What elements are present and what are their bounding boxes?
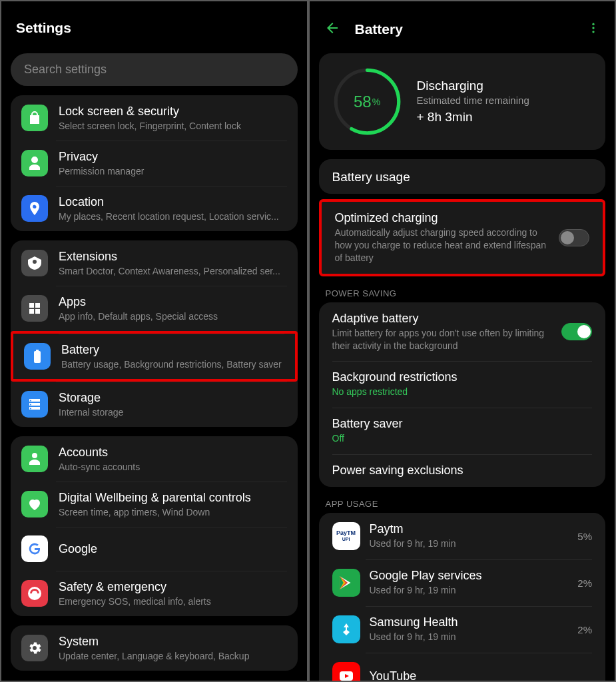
accounts-icon [21, 446, 48, 472]
settings-item-title: System [59, 634, 287, 649]
settings-item-title: Safety & emergency [59, 579, 287, 595]
settings-item-system[interactable]: System Update center, Language & keyboar… [11, 625, 298, 671]
extensions-icon [21, 250, 48, 276]
settings-item-sub: Battery usage, Background restrictions, … [61, 359, 284, 371]
settings-item-title: Extensions [59, 249, 287, 264]
search-input[interactable]: Search settings [11, 53, 298, 86]
app-usage-gplay[interactable]: Google Play services Used for 9 hr, 19 m… [319, 559, 606, 606]
settings-item-battery[interactable]: Battery Battery usage, Background restri… [11, 331, 298, 382]
settings-item-privacy[interactable]: Privacy Permission manager [11, 141, 298, 186]
battery-usage-row[interactable]: Battery usage [319, 159, 606, 194]
settings-item-lock[interactable]: Lock screen & security Select screen loc… [11, 95, 298, 141]
row-sub: No apps restricted [332, 386, 593, 398]
power-saving-exclusions[interactable]: Power saving exclusions [319, 454, 606, 487]
settings-item-accounts[interactable]: Accounts Auto-sync accounts [11, 436, 298, 482]
settings-item-title: Accounts [59, 445, 287, 460]
app-name: Paytm [370, 522, 569, 536]
back-icon[interactable] [324, 20, 340, 39]
page-title: Settings [16, 20, 71, 36]
more-menu-icon[interactable] [587, 21, 600, 37]
power-saving-adaptive[interactable]: Adaptive battery Limit battery for apps … [319, 302, 606, 362]
battery-status-card[interactable]: 58% Discharging Estimated time remaining… [319, 53, 606, 150]
battery-est-label: Estimated time remaining [417, 95, 529, 106]
battery-usage-group: Battery usage [319, 159, 606, 194]
settings-item-title: Apps [59, 294, 287, 310]
optimized-charging-group: Optimized charging Automatically adjust … [319, 199, 606, 276]
optimized-charging-title: Optimized charging [335, 211, 550, 225]
system-icon [21, 635, 48, 661]
app-usage-youtube[interactable]: YouTube [319, 653, 606, 681]
settings-item-title: Battery [61, 342, 284, 358]
settings-item-sub: Permission manager [59, 166, 287, 178]
settings-item-sub: Select screen lock, Fingerprint, Content… [59, 121, 287, 133]
youtube-app-icon [332, 662, 360, 681]
row-title: Background restrictions [332, 370, 593, 384]
battery-icon [24, 343, 51, 370]
page-title: Battery [355, 21, 403, 37]
settings-item-sub: Internal storage [59, 407, 287, 419]
svg-point-0 [592, 23, 594, 25]
app-usage-sub: Used for 9 hr, 19 min [370, 584, 569, 597]
app-usage-pct: 2% [577, 624, 592, 635]
optimized-charging-row[interactable]: Optimized charging Automatically adjust … [322, 202, 603, 274]
safety-icon [21, 580, 48, 607]
settings-item-title: Lock screen & security [59, 104, 287, 119]
settings-item-location[interactable]: Location My places, Recent location requ… [11, 186, 298, 231]
settings-item-title: Privacy [59, 149, 287, 165]
settings-item-sub: Update center, Language & keyboard, Back… [59, 651, 287, 663]
app-usage-section-label: APP USAGE [310, 492, 615, 513]
settings-item-storage[interactable]: Storage Internal storage [11, 382, 298, 427]
power-saving-bgrestrict[interactable]: Background restrictions No apps restrict… [319, 361, 606, 408]
app-usage-pct: 2% [577, 577, 592, 589]
optimized-charging-sub: Automatically adjust charging speed acco… [335, 226, 550, 264]
adaptive-toggle[interactable] [561, 323, 592, 340]
app-usage-paytm[interactable]: PayTMUPI Paytm Used for 9 hr, 19 min 5% [319, 513, 606, 559]
settings-item-safety[interactable]: Safety & emergency Emergency SOS, medica… [11, 571, 298, 616]
settings-item-title: Storage [59, 390, 287, 406]
battery-screen: Battery 58% Discharging Estimated time r… [310, 1, 615, 681]
app-usage-pct: 5% [577, 531, 592, 542]
settings-item-google[interactable]: Google [11, 527, 298, 571]
settings-item-title: Location [59, 194, 287, 210]
svg-point-1 [592, 27, 594, 29]
power-saving-section-label: POWER SAVING [310, 282, 615, 302]
optimized-charging-toggle[interactable] [559, 229, 589, 246]
row-title: Adaptive battery [332, 312, 553, 326]
battery-percent: 58% [332, 67, 402, 137]
app-name: Samsung Health [370, 615, 569, 629]
battery-remaining: + 8h 3min [417, 110, 529, 125]
apps-icon [21, 295, 48, 322]
settings-item-sub: Smart Doctor, Context Awareness, Persona… [59, 266, 287, 278]
svg-point-2 [592, 31, 594, 33]
settings-screen: Settings Search settings Lock screen & s… [1, 1, 307, 681]
battery-header: Battery [310, 1, 615, 53]
shealth-app-icon [332, 615, 360, 643]
power-saving-saver[interactable]: Battery saver Off [319, 408, 606, 454]
settings-header: Settings [1, 1, 307, 51]
google-icon [21, 535, 48, 562]
row-sub: Off [332, 432, 593, 445]
app-usage-group: PayTMUPI Paytm Used for 9 hr, 19 min 5% … [319, 513, 606, 681]
wellbeing-icon [21, 491, 48, 517]
paytm-app-icon: PayTMUPI [332, 522, 360, 550]
settings-item-sub: Screen time, app timers, Wind Down [59, 507, 287, 519]
settings-item-sub: App info, Default apps, Special access [59, 311, 287, 323]
lock-icon [21, 105, 48, 131]
settings-item-sub: My places, Recent location request, Loca… [59, 211, 287, 223]
storage-icon [21, 391, 48, 418]
settings-item-extensions[interactable]: Extensions Smart Doctor, Context Awarene… [11, 240, 298, 286]
app-usage-sub: Used for 9 hr, 19 min [370, 537, 569, 550]
row-title: Power saving exclusions [332, 464, 593, 478]
battery-ring: 58% [332, 67, 402, 137]
app-name: Google Play services [370, 569, 569, 583]
app-usage-sub: Used for 9 hr, 19 min [370, 631, 569, 643]
settings-item-wellbeing[interactable]: Digital Wellbeing & parental controls Sc… [11, 482, 298, 527]
app-name: YouTube [370, 669, 593, 681]
battery-status-text: Discharging Estimated time remaining + 8… [417, 79, 529, 125]
row-sub: Limit battery for apps you don't use oft… [332, 327, 553, 352]
settings-item-apps[interactable]: Apps App info, Default apps, Special acc… [11, 286, 298, 331]
app-usage-shealth[interactable]: Samsung Health Used for 9 hr, 19 min 2% [319, 606, 606, 653]
privacy-icon [21, 150, 48, 176]
settings-item-sub: Emergency SOS, medical info, alerts [59, 596, 287, 608]
settings-item-sub: Auto-sync accounts [59, 462, 287, 474]
